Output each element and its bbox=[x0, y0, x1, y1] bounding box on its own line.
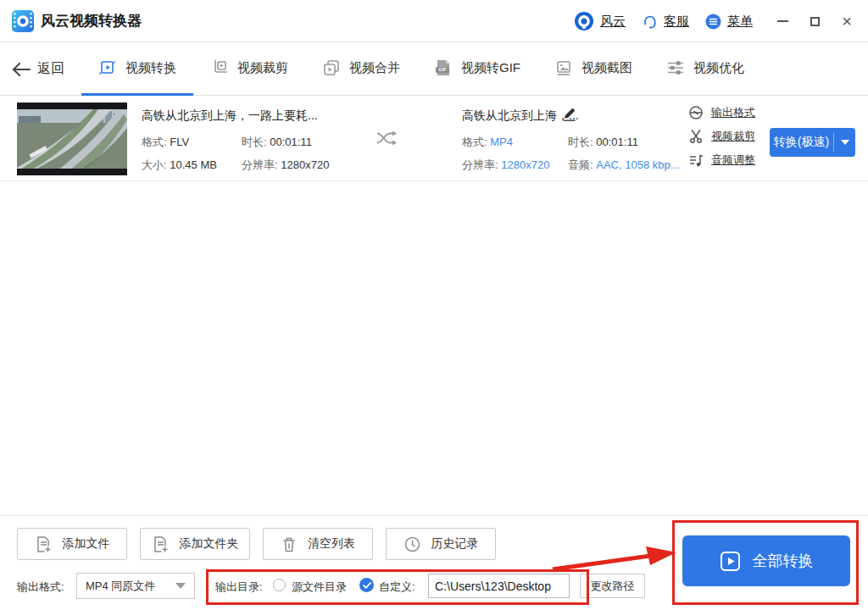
check-icon bbox=[363, 582, 371, 589]
source-resolution: 分辨率: 1280x720 bbox=[242, 158, 329, 173]
output-audio: 音频: AAC, 1058 kbp... bbox=[568, 158, 680, 173]
output-duration: 时长: 00:01:11 bbox=[568, 135, 638, 150]
tab-video-convert[interactable]: 视频转换 bbox=[81, 42, 193, 96]
tab-video-screenshot[interactable]: 视频截图 bbox=[537, 42, 649, 96]
tab-video-optimize[interactable]: 视频优化 bbox=[649, 42, 761, 96]
source-dir-option-label[interactable]: 源文件目录 bbox=[292, 580, 347, 595]
convert-fast-button[interactable]: 转换(极速) bbox=[770, 128, 855, 157]
headset-icon bbox=[641, 13, 659, 30]
audio-adjust-link[interactable]: 音频调整 bbox=[688, 152, 755, 168]
change-path-button[interactable]: 更改路径 bbox=[580, 574, 645, 598]
shuffle-transfer-icon bbox=[376, 129, 399, 151]
output-format-select[interactable]: MP4 同原文件 bbox=[76, 573, 195, 599]
convert-all-button[interactable]: 全部转换 bbox=[682, 535, 850, 586]
add-file-icon bbox=[35, 535, 53, 553]
chevron-down-icon bbox=[841, 140, 849, 145]
file-list-row: 高铁从北京到上海，一路上要耗... 格式: FLV 时长: 00:01:11 大… bbox=[0, 97, 868, 181]
source-file-title: 高铁从北京到上海，一路上要耗... bbox=[142, 108, 318, 124]
source-dir-radio[interactable] bbox=[273, 579, 286, 591]
custom-dir-radio-checked[interactable] bbox=[359, 578, 374, 592]
rename-pencil-icon[interactable] bbox=[563, 107, 577, 125]
history-button[interactable]: 历史记录 bbox=[386, 528, 496, 560]
add-folder-button[interactable]: 添加文件夹 bbox=[140, 528, 250, 560]
sliders-icon bbox=[666, 58, 685, 77]
back-arrow-icon bbox=[12, 63, 31, 76]
app-logo-icon bbox=[12, 10, 34, 32]
screenshot-icon bbox=[554, 58, 573, 77]
support-link[interactable]: 客服 bbox=[641, 13, 689, 30]
close-button[interactable]: × bbox=[839, 14, 854, 29]
gif-file-icon: GIF bbox=[434, 58, 453, 77]
output-format: 格式: MP4 bbox=[462, 135, 513, 150]
play-icon bbox=[720, 551, 741, 572]
source-size: 大小: 10.45 MB bbox=[142, 158, 217, 173]
video-merge-icon bbox=[322, 58, 341, 77]
output-dir-label: 输出目录: bbox=[215, 580, 263, 595]
brand-link[interactable]: 风云 bbox=[573, 10, 626, 32]
custom-option-label[interactable]: 自定义: bbox=[379, 580, 415, 595]
menu-icon bbox=[704, 13, 722, 30]
scissors-icon bbox=[688, 129, 704, 144]
clear-list-button[interactable]: 清空列表 bbox=[263, 528, 373, 560]
source-format: 格式: FLV bbox=[142, 135, 189, 150]
maximize-button[interactable] bbox=[807, 14, 822, 29]
video-convert-icon bbox=[98, 58, 117, 77]
output-format-link[interactable]: 输出格式 bbox=[688, 105, 755, 120]
menu-link[interactable]: 菜单 bbox=[704, 13, 753, 30]
brand-logo-icon bbox=[573, 10, 595, 32]
convert-options-caret[interactable] bbox=[833, 133, 855, 152]
tab-video-to-gif[interactable]: GIF 视频转GIF bbox=[417, 42, 537, 96]
app-title: 风云视频转换器 bbox=[41, 0, 142, 42]
tab-video-crop[interactable]: 视频裁剪 bbox=[193, 42, 305, 96]
tab-bar: 返回 视频转换 视频裁剪 bbox=[0, 42, 868, 96]
app-window: 风云视频转换器 风云 客服 bbox=[0, 0, 868, 610]
tab-video-merge[interactable]: 视频合并 bbox=[305, 42, 417, 96]
source-duration: 时长: 00:01:11 bbox=[242, 135, 312, 150]
output-format-icon bbox=[688, 105, 704, 120]
back-button[interactable]: 返回 bbox=[12, 42, 64, 96]
title-bar: 风云视频转换器 风云 客服 bbox=[0, 0, 868, 42]
add-folder-icon bbox=[152, 535, 170, 553]
trash-icon bbox=[281, 535, 298, 553]
output-resolution: 分辨率: 1280x720 bbox=[462, 158, 549, 173]
svg-text:GIF: GIF bbox=[438, 67, 447, 72]
output-format-label: 输出格式: bbox=[17, 580, 64, 595]
minimize-button[interactable] bbox=[775, 14, 790, 29]
output-file-title: 高铁从北京到上海，... bbox=[462, 108, 579, 124]
custom-path-input[interactable] bbox=[428, 574, 570, 598]
audio-note-icon bbox=[688, 152, 704, 168]
clock-icon bbox=[403, 535, 421, 553]
add-file-button[interactable]: 添加文件 bbox=[17, 528, 127, 560]
video-crop-link[interactable]: 视频裁剪 bbox=[688, 129, 755, 144]
chevron-down-icon bbox=[175, 583, 186, 589]
video-thumbnail bbox=[17, 103, 127, 175]
video-crop-icon bbox=[210, 58, 229, 77]
